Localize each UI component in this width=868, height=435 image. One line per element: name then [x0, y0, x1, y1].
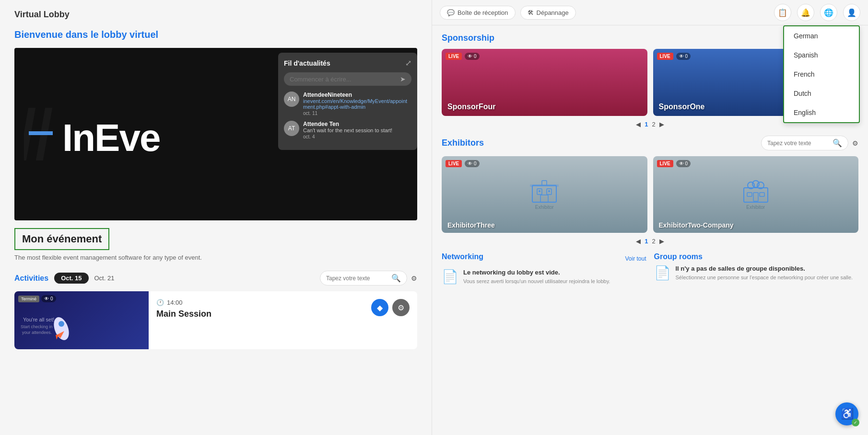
activities-search-input[interactable]	[326, 275, 388, 282]
svg-rect-25	[753, 193, 758, 201]
activities-section: Activities Oct. 15 Oct. 21 🔍 ⚙ Terminé 👁…	[14, 271, 417, 349]
sponsor1-badge-area: LIVE 👁 0	[446, 53, 480, 60]
news-avatar-2: AT	[284, 121, 299, 136]
filter-icon[interactable]: ⚙	[411, 275, 417, 282]
depannage-label: Dépannage	[537, 9, 569, 16]
exhibitors-search-input[interactable]	[767, 140, 830, 147]
exhibitors-header: Exhibitors 🔍 ⚙	[442, 136, 858, 150]
action-btn-gray[interactable]: ⚙	[392, 299, 410, 316]
lang-item-dutch[interactable]: Dutch	[784, 84, 859, 103]
sponsor2-name: SponsorOne	[653, 98, 711, 116]
svg-text:your attendees.: your attendees.	[22, 330, 52, 335]
sponsor-page-2[interactable]: 2	[652, 121, 656, 128]
lang-item-english[interactable]: English	[784, 103, 859, 122]
news-content-1: AttendeeNineteen inevent.com/en/Knowledg…	[303, 92, 411, 116]
group-rooms-text-area: Il n'y a pas de salles de groupe disponi…	[676, 265, 853, 281]
globe-icon-button[interactable]: 🌐	[820, 4, 837, 21]
activities-search-box[interactable]: 🔍	[320, 271, 407, 286]
svg-point-15	[548, 190, 550, 192]
event-title: Mon événement	[22, 233, 102, 245]
networking-empty-icon: 📄	[442, 269, 458, 285]
bell-icon-button[interactable]: 🔔	[797, 4, 814, 21]
event-title-box: Mon événement	[14, 228, 109, 250]
date-text-2[interactable]: Oct. 21	[94, 275, 115, 282]
news-feed-panel: Fil d'actualités ⤢ ➤ AN AttendeeNineteen…	[278, 53, 417, 150]
news-feed-title: Fil d'actualités	[284, 59, 330, 67]
news-input[interactable]	[290, 76, 400, 83]
exhibitor1-name: ExhibitorThree	[447, 221, 495, 229]
activity-view-count: 👁 0	[41, 295, 56, 302]
rocket-svg: You're all set! Start checking in your a…	[18, 307, 76, 345]
sponsor1-live-badge: LIVE	[446, 53, 462, 60]
exhibitor1-label: Exhibitor	[535, 205, 554, 210]
lang-item-spanish[interactable]: Spanish	[784, 46, 859, 65]
news-date-2: oct. 4	[303, 134, 411, 139]
activities-search: 🔍 ⚙	[320, 271, 417, 286]
exhibitor2-live-badge: LIVE	[657, 160, 673, 167]
sponsor-page-1[interactable]: 1	[645, 121, 648, 128]
activity-time-value: 14:00	[167, 299, 183, 306]
exhibitor2-view-count: 👁 0	[676, 160, 691, 167]
networking-section-header: Networking Voir tout	[442, 252, 646, 265]
sponsorship-title: Sponsorship	[442, 33, 494, 43]
language-dropdown: German Spanish French Dutch English	[783, 25, 860, 123]
exhibitors-filter-icon[interactable]: ⚙	[852, 139, 858, 147]
boite-reception-button[interactable]: 💬 Boîte de réception	[440, 6, 516, 20]
svg-rect-16	[540, 195, 548, 202]
sponsor1-view-count: 👁 0	[465, 53, 479, 60]
news-content-2: Attendee Ten Can't wait for the next ses…	[303, 121, 411, 139]
lang-item-french[interactable]: French	[784, 65, 859, 84]
sponsor1-name: SponsorFour	[442, 98, 501, 116]
sponsor-next-page[interactable]: ▶	[659, 121, 664, 128]
user-menu-button[interactable]: 👤 German Spanish French Dutch English	[843, 4, 860, 21]
news-username-1: AttendeeNineteen	[303, 92, 411, 98]
news-avatar-1: AN	[284, 92, 299, 107]
accessibility-button[interactable]: ♿ ✓	[835, 402, 858, 425]
depannage-button[interactable]: 🛠 Dépannage	[520, 6, 576, 20]
date-pill-1[interactable]: Oct. 15	[54, 273, 88, 284]
clipboard-icon-button[interactable]: 📋	[774, 4, 791, 21]
exhibitors-search-icon: 🔍	[833, 138, 842, 148]
exhibitors-pagination: ◀ 1 2 ▶	[442, 238, 858, 245]
activity-badge-area: Terminé 👁 0	[18, 295, 56, 302]
exhibitor2-badge-area: LIVE 👁 0	[657, 160, 691, 167]
sponsor-card-1[interactable]: LIVE 👁 0 SponsorFour	[442, 49, 647, 116]
voir-tout-link[interactable]: Voir tout	[625, 255, 646, 262]
sponsor2-badge-area: LIVE 👁 0	[657, 53, 691, 60]
svg-rect-24	[760, 193, 764, 196]
exhibitors-title: Exhibitors	[442, 138, 484, 148]
exhibitor-prev-page[interactable]: ◀	[636, 238, 641, 245]
news-text-2: Can't wait for the next session to start…	[303, 127, 411, 133]
activity-image: Terminé 👁 0 You're all set! Start checki…	[14, 291, 149, 349]
exhibitors-grid: LIVE 👁 0 Exhibitor ExhibitorThree	[442, 156, 858, 233]
sponsor-prev-page[interactable]: ◀	[636, 121, 641, 128]
top-bar: 💬 Boîte de réception 🛠 Dépannage 📋 🔔 🌐 👤…	[432, 0, 868, 25]
svg-text:Start checking in: Start checking in	[21, 324, 53, 329]
exhibitor-page-1[interactable]: 1	[645, 238, 648, 245]
exhibitor-card-2[interactable]: LIVE 👁 0 Exhibitor ExhibitorTwo-Company	[653, 156, 859, 233]
right-panel: 💬 Boîte de réception 🛠 Dépannage 📋 🔔 🌐 👤…	[432, 0, 868, 435]
networking-title: Networking	[442, 252, 483, 261]
exhibitor-next-page[interactable]: ▶	[659, 238, 664, 245]
exhibitor-page-2[interactable]: 2	[652, 238, 656, 245]
action-btn-blue[interactable]: ◆	[371, 299, 388, 316]
exhibitor-card-1[interactable]: LIVE 👁 0 Exhibitor ExhibitorThree	[442, 156, 647, 233]
exhibitor2-label: Exhibitor	[746, 205, 765, 210]
expand-icon[interactable]: ⤢	[405, 58, 411, 68]
svg-marker-10	[56, 335, 59, 340]
exhibitors-search-box[interactable]: 🔍	[761, 136, 848, 150]
news-item-2: AT Attendee Ten Can't wait for the next …	[284, 121, 411, 139]
app-title: Virtual Lobby	[14, 10, 417, 20]
left-panel: Virtual Lobby Bienvenue dans le lobby vi…	[0, 0, 432, 435]
news-input-area[interactable]: ➤	[284, 72, 411, 86]
group-rooms-empty-subtext: Sélectionnez une personne sur l'espace d…	[676, 274, 853, 281]
lang-item-german[interactable]: German	[784, 26, 859, 46]
activity-card[interactable]: Terminé 👁 0 You're all set! Start checki…	[14, 291, 417, 349]
news-item-1: AN AttendeeNineteen inevent.com/en/Knowl…	[284, 92, 411, 116]
svg-text:InEve: InEve	[62, 116, 160, 159]
group-rooms-section: Group rooms 📄 Il n'y a pas de salles de …	[654, 252, 859, 285]
heart-icon: 🛠	[528, 9, 534, 16]
send-icon[interactable]: ➤	[400, 75, 406, 83]
networking-empty-text: Vous serez averti lorsqu'un nouvel utili…	[463, 278, 610, 285]
group-rooms-content: 📄 Il n'y a pas de salles de groupe dispo…	[654, 265, 859, 281]
